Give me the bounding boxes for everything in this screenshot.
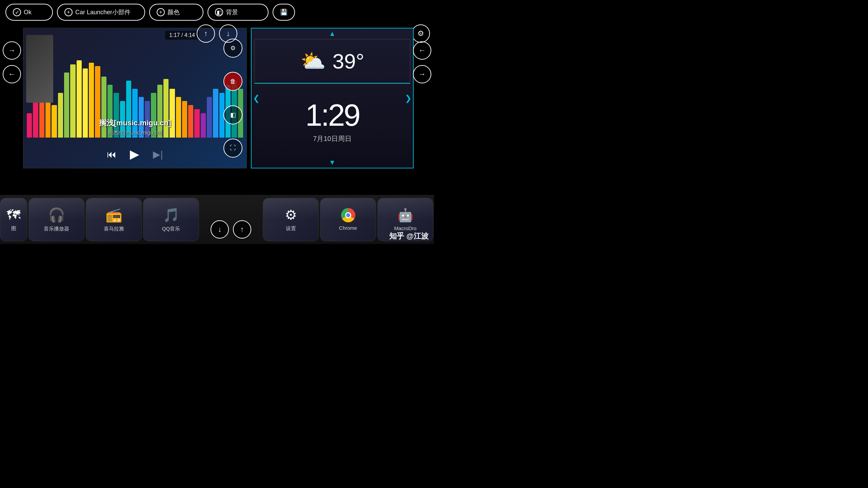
bg-label: 背景 [226, 8, 238, 16]
top-toolbar: ✓ Ok + Car Launcher小部件 + 颜色 ◧ 背景 💾 [0, 0, 434, 24]
cloud-icon: ⛅ [300, 49, 326, 73]
tray-center-nav: ↓ ↑ [200, 198, 261, 241]
main-area: ↑ ↓ ⚙ → ← ← → [0, 24, 434, 195]
music-note-icon: 🎵 [163, 207, 180, 223]
widget-label: Car Launcher小部件 [75, 8, 131, 16]
music-artist: 周杰伦[music.migu.cn] [26, 129, 244, 137]
plus-icon-color: + [157, 8, 165, 16]
app-icon-settings[interactable]: ⚙ 设置 [263, 198, 319, 241]
ok-label: Ok [24, 9, 32, 16]
tray-scroll-up[interactable]: ↑ [233, 220, 251, 239]
radio-icon: 📻 [105, 207, 122, 223]
play-button[interactable]: ▶ [130, 147, 139, 161]
weather-widget: ▲ ⛅ 39° 1:29 7月10日周日 ▼ ❮ ❯ [251, 28, 414, 168]
nav-left-outer-arrow[interactable]: ← [413, 41, 431, 60]
weather-nav-right[interactable]: ❯ [405, 94, 412, 103]
weather-section: ⛅ 39° [254, 39, 410, 83]
gear-icon: ⚙ [417, 29, 424, 38]
nav-right-arrow[interactable]: → [3, 41, 21, 60]
weather-scroll-down[interactable]: ▼ [252, 157, 413, 168]
weather-scroll-up[interactable]: ▲ [252, 28, 413, 39]
app-label-map: 图 [11, 225, 16, 232]
app-label-settings: 设置 [286, 225, 296, 232]
save-button[interactable]: 💾 [273, 4, 295, 21]
weather-nav-left[interactable]: ❮ [253, 94, 260, 103]
split-icon: ◧ [215, 8, 223, 16]
nav-right-outer-arrow[interactable]: → [413, 65, 431, 83]
temperature: 39° [333, 49, 364, 73]
watermark: 知乎 @江波 [389, 231, 429, 241]
app-icon-qqmusic[interactable]: 🎵 QQ音乐 [143, 198, 199, 241]
time-current: 1:17 [169, 32, 180, 38]
music-info: 搁浅[music.migu.cn] 周杰伦[music.migu.cn] [23, 115, 246, 139]
app-label-macrodroid: MacroDro [394, 225, 417, 231]
chrome-inner-circle [345, 212, 351, 218]
tray-scroll-down[interactable]: ↓ [211, 220, 229, 239]
app-icon-music-player[interactable]: 🎧 音乐播放器 [28, 198, 84, 241]
clock-date: 7月10日周日 [313, 134, 351, 143]
scroll-up-button[interactable]: ↑ [197, 24, 215, 43]
center-nav-arrows: ↑ ↓ [197, 24, 237, 43]
clock-section: 1:29 7月10日周日 [252, 84, 413, 157]
save-icon: 💾 [280, 8, 288, 16]
color-button[interactable]: + 颜色 [149, 4, 203, 21]
time-separator: / [181, 32, 183, 38]
time-total: 4:14 [184, 32, 195, 38]
music-controls: ⏮ ▶ ▶| [23, 147, 246, 161]
map-icon: 🗺 [7, 207, 20, 223]
settings-button[interactable]: ⚙ [412, 24, 430, 43]
music-time: 1:17 / 4:14 [165, 31, 199, 40]
app-icon-himalaya[interactable]: 📻 喜马拉雅 [86, 198, 142, 241]
plus-icon-widget: + [64, 8, 73, 16]
widget-button[interactable]: + Car Launcher小部件 [57, 4, 145, 21]
check-icon: ✓ [13, 8, 21, 16]
next-button[interactable]: ▶| [153, 149, 163, 160]
scroll-down-button[interactable]: ↓ [219, 24, 237, 43]
widget-overlay-buttons: ⚙ 🗑 ◧ ⛶ [219, 28, 246, 168]
ok-button[interactable]: ✓ Ok [5, 4, 53, 21]
reddit-icon: 🤖 [397, 208, 413, 223]
settings-icon: ⚙ [285, 207, 297, 223]
music-title: 搁浅[music.migu.cn] [26, 118, 244, 128]
widget-expand-button[interactable]: ⛶ [223, 139, 242, 158]
app-label-chrome: Chrome [339, 225, 357, 231]
app-icon-map[interactable]: 🗺 图 [0, 198, 27, 241]
headphones-icon: 🎧 [48, 207, 65, 223]
bottom-app-tray: 🗺 图 🎧 音乐播放器 📻 喜马拉雅 🎵 QQ音乐 ↓ ↑ ⚙ 设置 Chrom… [0, 195, 434, 244]
music-widget: 搁浅[music.migu.cn] 周杰伦[music.migu.cn] 1:1… [23, 28, 247, 168]
app-icon-chrome[interactable]: Chrome [320, 198, 376, 241]
background-button[interactable]: ◧ 背景 [208, 4, 269, 21]
app-label-qqmusic: QQ音乐 [162, 226, 180, 232]
app-label-himalaya: 喜马拉雅 [104, 226, 124, 232]
clock-time: 1:29 [305, 98, 359, 133]
color-label: 颜色 [167, 8, 180, 16]
prev-button[interactable]: ⏮ [107, 149, 116, 160]
widget-split-button[interactable]: ◧ [223, 105, 242, 124]
chrome-icon [341, 208, 355, 222]
widget-delete-button[interactable]: 🗑 [223, 72, 242, 91]
album-art [26, 35, 53, 103]
nav-left-arrow[interactable]: ← [3, 65, 21, 83]
app-label-music-player: 音乐播放器 [44, 226, 69, 232]
